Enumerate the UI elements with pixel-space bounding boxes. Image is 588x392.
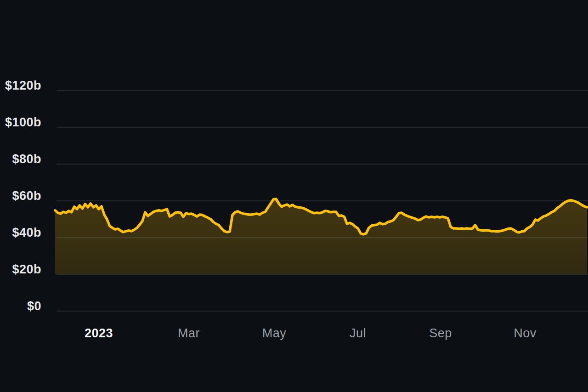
- y-tick-label: $60b: [12, 189, 41, 202]
- x-tick-label: Mar: [178, 326, 200, 340]
- y-tick-label: $120b: [5, 79, 41, 92]
- y-tick-label: $100b: [5, 116, 41, 129]
- x-tick-label: Sep: [429, 326, 452, 340]
- x-tick-label-year: 2023: [85, 326, 113, 340]
- x-tick-label: Nov: [514, 326, 537, 340]
- y-tick-label: $0: [27, 300, 41, 312]
- x-tick-label: May: [262, 326, 287, 340]
- market-value-area-chart: $0$20b$40b$60b$80b$100b$120b 2023MarMayJ…: [0, 0, 588, 392]
- y-tick-label: $20b: [12, 263, 41, 276]
- series-area-fill: [55, 199, 587, 274]
- y-tick-label: $80b: [12, 153, 41, 165]
- x-tick-label: Jul: [350, 326, 366, 340]
- y-tick-label: $40b: [12, 226, 41, 239]
